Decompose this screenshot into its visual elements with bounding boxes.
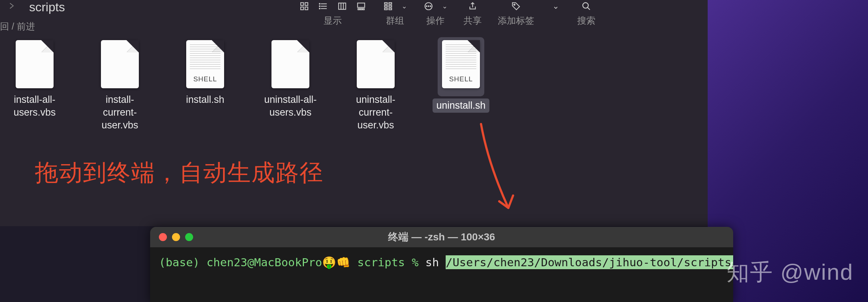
- file-item[interactable]: install-all-users.vbs: [7, 40, 62, 132]
- file-name: uninstall.sh: [433, 98, 489, 113]
- file-item[interactable]: SHELLinstall.sh: [178, 40, 232, 132]
- chevron-down-icon[interactable]: ⌄: [552, 1, 559, 11]
- search-label: 搜索: [577, 15, 595, 27]
- search-group: 搜索: [577, 0, 595, 27]
- file-type-label: SHELL: [442, 75, 480, 83]
- annotation-text: 拖动到终端，自动生成路径: [35, 157, 324, 189]
- file-grid: install-all-users.vbsinstall-current-use…: [0, 0, 496, 139]
- file-item[interactable]: uninstall-current-user.vbs: [348, 40, 403, 132]
- finder-window: scripts 回 / 前进 显示 ⌄ 群组: [0, 0, 708, 226]
- minimize-button[interactable]: [172, 233, 180, 241]
- file-type-label: SHELL: [186, 75, 224, 83]
- terminal-window: 终端 — -zsh — 100×36 (base) chen23@MacBook…: [150, 227, 733, 302]
- more-group: ⌄: [550, 0, 561, 27]
- file-name: uninstall-all-users.vbs: [263, 93, 318, 119]
- terminal-title: 终端 — -zsh — 100×36: [150, 230, 733, 244]
- shell-file-icon: SHELL: [442, 40, 480, 88]
- maximize-button[interactable]: [185, 233, 193, 241]
- tags-group: 添加标签: [498, 0, 534, 27]
- file-name: install.sh: [186, 93, 224, 106]
- watermark: 知乎 @wind: [727, 257, 853, 287]
- file-item[interactable]: uninstall-all-users.vbs: [263, 40, 318, 132]
- terminal-highlighted-path: /Users/chen23/Downloads/jihuo-tool/scrip…: [446, 255, 733, 269]
- tags-label: 添加标签: [498, 15, 534, 27]
- file-item[interactable]: SHELLuninstall.sh: [434, 40, 488, 132]
- file-name: uninstall-current-user.vbs: [348, 93, 403, 132]
- vbs-file-icon: [101, 40, 139, 88]
- svg-point-27: [514, 4, 515, 5]
- file-item[interactable]: install-current-user.vbs: [93, 40, 147, 132]
- file-name: install-current-user.vbs: [93, 93, 147, 132]
- vbs-file-icon: [271, 40, 309, 88]
- tag-icon[interactable]: [511, 1, 521, 11]
- terminal-command: sh: [425, 256, 446, 269]
- search-icon[interactable]: [581, 1, 592, 11]
- svg-line-29: [587, 7, 590, 10]
- vbs-file-icon: [16, 40, 54, 88]
- terminal-titlebar[interactable]: 终端 — -zsh — 100×36: [150, 227, 733, 247]
- svg-point-28: [583, 3, 588, 8]
- vbs-file-icon: [357, 40, 395, 88]
- close-button[interactable]: [159, 233, 167, 241]
- terminal-prompt: (base) chen23@MacBookPro🤑👊 scripts %: [159, 256, 425, 269]
- terminal-body[interactable]: (base) chen23@MacBookPro🤑👊 scripts % sh …: [150, 247, 733, 278]
- shell-file-icon: SHELL: [186, 40, 224, 88]
- file-name: install-all-users.vbs: [7, 93, 62, 119]
